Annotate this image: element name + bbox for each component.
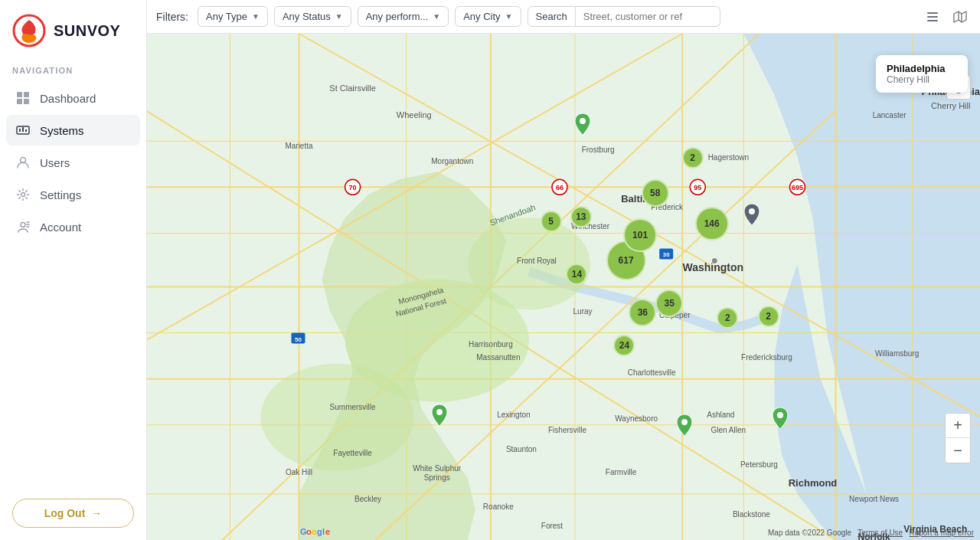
google-logo: G o o g l e [300, 526, 331, 537]
search-input[interactable] [576, 6, 720, 27]
sidebar-item-dashboard[interactable]: Dashboard [6, 83, 140, 113]
users-icon [15, 155, 31, 170]
nav-section-label: NAVIGATION [0, 57, 146, 80]
pin-green-3[interactable] [772, 407, 789, 429]
svg-rect-15 [927, 12, 938, 14]
svg-text:Springs: Springs [424, 473, 450, 482]
svg-text:Oak Hill: Oak Hill [286, 468, 312, 476]
sunvoy-logo-icon [12, 14, 46, 47]
cluster-146[interactable]: 146 [695, 207, 729, 241]
city-filter-chevron: ▼ [505, 12, 513, 21]
cluster-2-right[interactable]: 2 [758, 306, 779, 327]
svg-rect-16 [927, 16, 938, 18]
map-view-button[interactable] [949, 6, 971, 28]
pin-green-4[interactable] [676, 414, 693, 436]
pin-green-1[interactable] [431, 404, 448, 426]
sidebar-item-dashboard-label: Dashboard [40, 92, 96, 105]
status-filter-label: Any Status [283, 11, 331, 22]
svg-text:Cherry Hill: Cherry Hill [931, 101, 970, 110]
svg-text:66: 66 [556, 184, 564, 191]
cluster-101[interactable]: 101 [623, 218, 657, 252]
city-filter-dropdown[interactable]: Any City ▼ [455, 6, 521, 27]
svg-text:Glen Allen: Glen Allen [711, 426, 746, 434]
cluster-2-mid[interactable]: 2 [717, 307, 738, 329]
sidebar-item-settings-label: Settings [40, 188, 81, 201]
app-name: SUNVOY [54, 22, 120, 40]
map-zoom-controls: + − [945, 413, 971, 463]
svg-point-11 [21, 223, 25, 227]
svg-text:Newport News: Newport News [849, 495, 899, 503]
cluster-2-top[interactable]: 2 [682, 147, 704, 169]
cluster-14[interactable]: 14 [566, 263, 587, 285]
sidebar-item-systems[interactable]: Systems [6, 115, 140, 146]
svg-text:Staunton: Staunton [506, 445, 537, 453]
svg-point-10 [21, 193, 25, 197]
svg-text:Waynesboro: Waynesboro [615, 414, 658, 423]
main-content: Filters: Any Type ▼ Any Status ▼ Any per… [147, 0, 980, 540]
svg-text:95: 95 [694, 184, 701, 191]
list-view-button[interactable] [922, 6, 943, 28]
performer-filter-dropdown[interactable]: Any perform... ▼ [358, 6, 449, 27]
map-popup-subtitle: Cherry Hill [887, 74, 957, 85]
svg-text:Beckley: Beckley [354, 495, 381, 503]
pin-green-2[interactable] [574, 113, 591, 135]
svg-text:Ashland: Ashland [707, 411, 734, 419]
cluster-58[interactable]: 58 [642, 179, 669, 207]
svg-text:Hagerstown: Hagerstown [708, 153, 749, 162]
svg-text:Massanutten: Massanutten [476, 353, 520, 362]
zoom-in-button[interactable]: + [946, 414, 970, 438]
sidebar-item-users[interactable]: Users [6, 147, 140, 178]
systems-icon [15, 123, 31, 138]
svg-text:Williamsburg: Williamsburg [875, 349, 919, 358]
cluster-36[interactable]: 36 [629, 299, 656, 326]
city-filter-label: Any City [463, 11, 500, 22]
search-button[interactable]: Search [528, 6, 576, 27]
map-area[interactable]: 70 66 95 695 50 30 50 Baltimore Washingt… [147, 34, 980, 540]
sidebar-item-settings[interactable]: Settings [6, 179, 140, 210]
copyright-text: Map data ©2022 Google [768, 529, 851, 537]
svg-text:White Sulphur: White Sulphur [413, 464, 461, 473]
type-filter-dropdown[interactable]: Any Type ▼ [198, 6, 268, 27]
svg-rect-4 [24, 99, 29, 104]
svg-text:o: o [306, 527, 312, 536]
svg-text:Harrisonburg: Harrisonburg [469, 340, 513, 349]
cluster-5[interactable]: 5 [541, 211, 562, 232]
cluster-13[interactable]: 13 [570, 206, 592, 227]
svg-text:Summersville: Summersville [330, 403, 376, 411]
svg-text:Fredericksburg: Fredericksburg [741, 353, 792, 362]
filters-bar: Filters: Any Type ▼ Any Status ▼ Any per… [147, 0, 980, 34]
zoom-out-button[interactable]: − [946, 438, 970, 463]
logout-label: Log Out [44, 507, 86, 519]
settings-icon [15, 187, 31, 202]
status-filter-dropdown[interactable]: Any Status ▼ [274, 6, 351, 27]
svg-text:Marietta: Marietta [285, 142, 313, 150]
performer-filter-chevron: ▼ [433, 12, 440, 21]
svg-text:Fishersville: Fishersville [548, 426, 586, 434]
svg-point-117 [777, 412, 783, 418]
svg-point-114 [749, 208, 755, 214]
dashboard-icon [15, 90, 31, 106]
type-filter-chevron: ▼ [252, 12, 260, 21]
sidebar-item-account[interactable]: Account [6, 211, 140, 242]
logout-area: Log Out → [0, 486, 146, 540]
cluster-24[interactable]: 24 [613, 335, 635, 356]
cluster-35[interactable]: 35 [655, 290, 683, 317]
svg-rect-1 [17, 92, 22, 97]
svg-point-63 [711, 257, 717, 263]
svg-text:Farmville: Farmville [606, 468, 637, 476]
svg-text:Front Royal: Front Royal [517, 257, 557, 265]
svg-text:30: 30 [663, 251, 670, 258]
svg-text:o: o [312, 527, 317, 536]
map-copyright: Map data ©2022 Google Terms of Use Repor… [768, 529, 974, 537]
svg-text:Fayetteville: Fayetteville [333, 449, 372, 457]
map-popup: Philadelphia Cherry Hill [876, 55, 968, 93]
logout-button[interactable]: Log Out → [12, 499, 134, 528]
report-link[interactable]: Report a map error [910, 529, 974, 537]
sidebar: SUNVOY NAVIGATION Dashboard Systems User… [0, 0, 147, 540]
svg-rect-6 [19, 129, 21, 132]
pin-gray[interactable] [743, 204, 760, 225]
svg-text:Charlottesville: Charlottesville [628, 368, 676, 377]
search-area: Search [528, 6, 720, 27]
terms-link[interactable]: Terms of Use [858, 529, 903, 537]
svg-point-118 [681, 419, 688, 425]
